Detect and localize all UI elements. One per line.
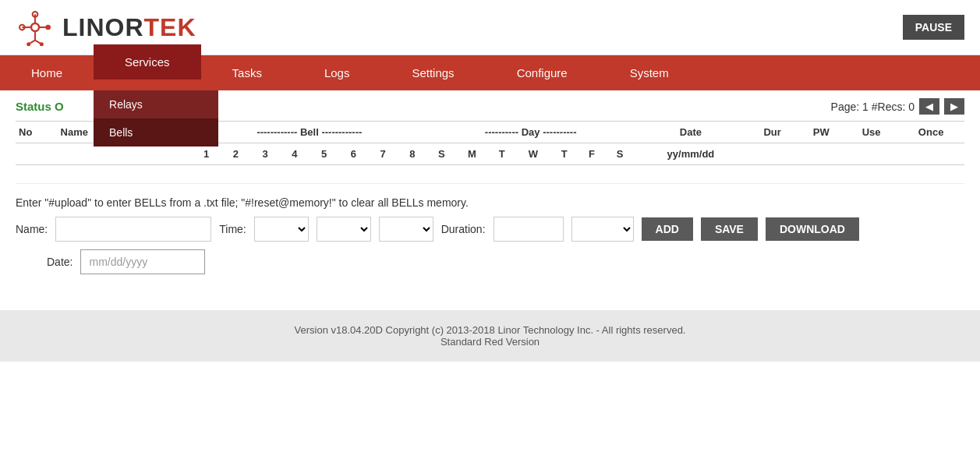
nav-home[interactable]: Home <box>0 55 94 90</box>
day-m: M <box>456 143 489 165</box>
save-button[interactable]: SAVE <box>701 217 758 241</box>
nav-configure[interactable]: Configure <box>486 55 599 90</box>
col-dur: Dur <box>748 122 798 143</box>
add-button[interactable]: ADD <box>642 217 693 241</box>
name-input[interactable] <box>55 217 211 242</box>
empty-row <box>16 165 964 184</box>
pagination: Page: 1 #Recs: 0 ◀ ▶ <box>831 98 964 115</box>
col-use: Use <box>845 122 897 143</box>
dropdown-bells[interactable]: Bells <box>94 118 218 147</box>
footer-line2: Standard Red Version <box>14 336 966 348</box>
download-button[interactable]: DOWNLOAD <box>766 217 859 241</box>
time-hour-select[interactable] <box>254 217 309 242</box>
nav-system[interactable]: System <box>599 55 700 90</box>
col-day-group: ---------- Day ---------- <box>427 122 634 143</box>
date-label: Date: <box>47 256 73 268</box>
next-page-button[interactable]: ▶ <box>944 98 964 115</box>
add-form: Name: Time: Duration: ADD SAVE DOWNLOAD <box>16 217 964 242</box>
footer-line1: Version v18.04.20D Copyright (c) 2013-20… <box>14 324 966 336</box>
nav-logs[interactable]: Logs <box>293 55 381 90</box>
col-once: Once <box>897 122 964 143</box>
bell-6: 6 <box>339 143 369 165</box>
date-format: yy/mm/dd <box>634 143 747 165</box>
day-w: W <box>515 143 550 165</box>
prev-page-button[interactable]: ◀ <box>919 98 939 115</box>
svg-point-11 <box>40 42 44 46</box>
day-s2: S <box>606 143 635 165</box>
date-row: Date: <box>47 249 964 274</box>
time-ampm-select[interactable] <box>379 217 433 242</box>
bell-7: 7 <box>368 143 398 165</box>
duration-input[interactable] <box>494 217 564 242</box>
col-pw: PW <box>798 122 845 143</box>
svg-point-7 <box>45 25 51 30</box>
pause-button[interactable]: PAUSE <box>903 15 964 40</box>
col-no: No <box>16 122 58 143</box>
day-t2: T <box>550 143 578 165</box>
col-bell-group: ------------ Bell ------------ <box>192 122 427 143</box>
name-label: Name: <box>16 223 48 235</box>
dropdown-relays[interactable]: Relays <box>94 90 218 118</box>
info-text: Enter "#upload" to enter BELLs from a .t… <box>16 196 964 209</box>
day-t1: T <box>488 143 515 165</box>
logo: LINORTEK <box>16 8 196 47</box>
duration-label: Duration: <box>441 223 486 235</box>
nav-settings[interactable]: Settings <box>380 55 485 90</box>
day-s1: S <box>427 143 456 165</box>
nav-services[interactable]: Services <box>94 44 201 79</box>
bell-5: 5 <box>310 143 339 165</box>
brand-prefix: LINOR <box>62 13 144 41</box>
status-label: Status O <box>16 100 64 113</box>
brand-suffix: TEK <box>144 13 196 41</box>
brand-name: LINORTEK <box>62 13 196 42</box>
col-date: Date <box>634 122 747 143</box>
page-info: Page: 1 #Recs: 0 <box>831 101 915 113</box>
svg-point-0 <box>31 23 39 31</box>
day-f: F <box>578 143 605 165</box>
duration-unit-select[interactable] <box>571 217 634 242</box>
bell-8: 8 <box>398 143 427 165</box>
bell-4: 4 <box>280 143 310 165</box>
logo-icon <box>16 8 55 47</box>
nav-tasks[interactable]: Tasks <box>201 55 293 90</box>
time-label: Time: <box>219 223 246 235</box>
date-input[interactable] <box>80 249 205 274</box>
footer: Version v18.04.20D Copyright (c) 2013-20… <box>0 310 980 362</box>
time-minute-select[interactable] <box>317 217 371 242</box>
services-dropdown-menu: Relays Bells <box>94 90 218 147</box>
svg-point-10 <box>27 42 30 46</box>
bell-2: 2 <box>221 143 251 165</box>
nav-services-dropdown: Services Relays Bells <box>94 55 201 90</box>
bell-3: 3 <box>250 143 280 165</box>
main-nav: Home Services Relays Bells Tasks Logs Se… <box>0 55 980 90</box>
